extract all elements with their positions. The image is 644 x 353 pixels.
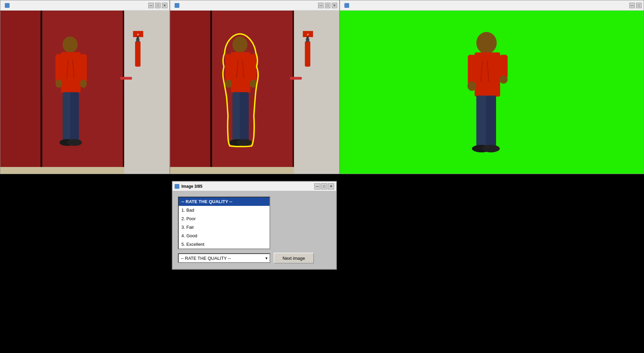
svg-rect-61	[476, 96, 487, 146]
panel2-maximize-button[interactable]: □	[325, 3, 330, 8]
panel1-titlebar: — □ ✕	[0, 0, 169, 11]
svg-rect-16	[61, 52, 81, 93]
panel2-controls: — □ ✕	[318, 3, 337, 8]
svg-rect-56	[475, 52, 500, 96]
svg-rect-57	[468, 55, 476, 85]
panel1-controls: — □ ✕	[148, 3, 167, 8]
svg-rect-34	[294, 11, 339, 174]
listbox-option-bad[interactable]: 1. Bad	[179, 206, 270, 214]
panel2-titlebar: — □ ✕	[170, 0, 339, 11]
dialog-maximize-button[interactable]: □	[321, 183, 327, 189]
dialog-title: Image 3/85	[181, 184, 314, 189]
svg-point-46	[225, 80, 232, 88]
panel2-app-icon	[175, 3, 179, 8]
next-image-button[interactable]: Next image	[274, 253, 314, 264]
svg-point-51	[237, 139, 252, 146]
panel-outlined: — □ ✕	[170, 0, 340, 174]
dialog-app-icon	[175, 184, 179, 189]
dialog-titlebar: Image 3/85 — □ ✕	[173, 182, 336, 191]
listbox-option-excellent[interactable]: 5. Excellent	[179, 240, 270, 249]
svg-rect-49	[240, 92, 249, 141]
svg-rect-14	[137, 37, 139, 39]
svg-point-24	[67, 139, 82, 146]
svg-rect-12	[135, 41, 140, 67]
panel3-controls: — □	[629, 3, 642, 8]
panel3-app-icon	[344, 3, 349, 8]
svg-rect-7	[124, 11, 169, 174]
svg-point-42	[232, 37, 247, 53]
svg-text:F: F	[307, 33, 309, 36]
svg-rect-22	[70, 92, 79, 141]
svg-point-60	[499, 75, 508, 84]
svg-rect-58	[499, 55, 508, 79]
panel3-minimize-button[interactable]: —	[629, 3, 635, 8]
svg-rect-39	[305, 41, 310, 67]
listbox-option-good[interactable]: 4. Good	[179, 231, 270, 240]
green-scene-svg	[340, 11, 644, 174]
panel2-minimize-button[interactable]: —	[318, 3, 324, 8]
svg-rect-45	[250, 54, 257, 83]
panel2-icon	[174, 2, 180, 9]
panel3-image	[340, 11, 644, 174]
panel2-image: F	[170, 11, 339, 174]
dialog-content: -- RATE THE QUALITY -- 1. Bad 2. Poor 3.…	[173, 191, 336, 269]
green-background	[340, 11, 644, 174]
panel1-image: F	[0, 11, 169, 174]
svg-rect-8	[120, 77, 132, 80]
quality-select-wrapper: -- RATE THE QUALITY -- 1. Bad 2. Poor 3.…	[178, 253, 270, 263]
listbox-header: -- RATE THE QUALITY --	[179, 197, 270, 206]
outlined-scene-svg: F	[170, 11, 339, 174]
svg-rect-3	[0, 11, 41, 167]
listbox-option-poor[interactable]: 2. Poor	[179, 214, 270, 223]
panel1-minimize-button[interactable]: —	[148, 3, 154, 8]
listbox-option-fair[interactable]: 3. Fair	[179, 223, 270, 231]
svg-rect-41	[306, 37, 309, 39]
svg-rect-6	[123, 11, 124, 167]
svg-rect-4	[41, 11, 43, 167]
panel1-maximize-button[interactable]: □	[155, 3, 161, 8]
svg-rect-35	[290, 77, 302, 80]
svg-rect-17	[55, 54, 62, 83]
svg-rect-43	[231, 52, 250, 93]
panel3-maximize-button[interactable]: □	[636, 3, 642, 8]
panel1-icon	[4, 2, 11, 9]
svg-rect-62	[486, 96, 496, 146]
svg-text:F: F	[137, 33, 139, 36]
panel3-icon	[343, 2, 350, 9]
quality-listbox[interactable]: -- RATE THE QUALITY -- 1. Bad 2. Poor 3.…	[178, 197, 270, 249]
dialog-minimize-button[interactable]: —	[314, 183, 320, 189]
original-scene-svg: F	[0, 11, 169, 174]
dialog-close-button[interactable]: ✕	[328, 183, 334, 189]
svg-point-47	[250, 80, 257, 88]
svg-rect-5	[43, 11, 124, 167]
quality-dropdown[interactable]: -- RATE THE QUALITY -- 1. Bad 2. Poor 3.…	[178, 253, 270, 263]
panel3-titlebar: — □	[340, 0, 644, 11]
panel-green: — □	[340, 0, 644, 174]
panel1-app-icon	[5, 3, 10, 8]
image-panels-container: — □ ✕	[0, 0, 644, 174]
svg-rect-18	[80, 54, 87, 83]
svg-rect-33	[293, 11, 294, 167]
svg-point-19	[55, 80, 62, 88]
svg-point-15	[63, 37, 78, 53]
svg-rect-31	[210, 11, 213, 167]
svg-point-20	[80, 80, 87, 88]
dialog-controls: — □ ✕	[314, 183, 334, 189]
svg-rect-30	[170, 11, 211, 167]
svg-point-55	[476, 32, 497, 54]
rating-dialog: Image 3/85 — □ ✕ -- RATE THE QUALITY -- …	[172, 181, 337, 270]
svg-rect-44	[225, 54, 232, 83]
panel2-close-button[interactable]: ✕	[332, 3, 337, 8]
panel1-close-button[interactable]: ✕	[162, 3, 167, 8]
svg-point-59	[467, 81, 476, 91]
controls-row: -- RATE THE QUALITY -- 1. Bad 2. Poor 3.…	[178, 253, 331, 264]
panel-original: — □ ✕	[0, 0, 170, 174]
svg-point-64	[482, 145, 500, 152]
